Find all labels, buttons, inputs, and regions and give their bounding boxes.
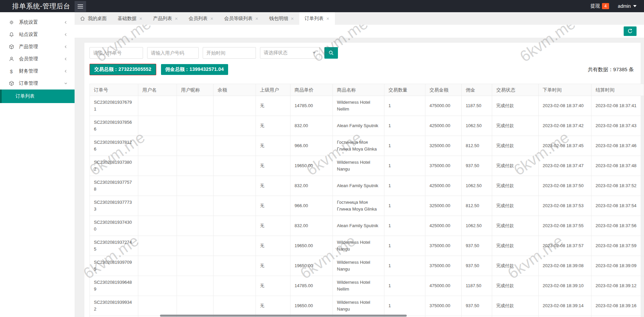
table-cell: 325000.00 xyxy=(425,196,462,216)
sidebar-subitem[interactable]: 订单列表 xyxy=(0,90,75,103)
sidebar-item-label: 站点设置 xyxy=(19,32,38,38)
table-cell: Wilderness Hotel Nangu xyxy=(333,156,384,176)
close-icon[interactable]: × xyxy=(175,16,178,21)
start-time-input[interactable] xyxy=(203,47,256,59)
table-cell: SC23020819398348 xyxy=(90,316,138,317)
table-cell: 19650.00 xyxy=(290,256,333,276)
toolbar xyxy=(75,25,644,38)
chevron-left-icon xyxy=(64,20,68,24)
table-cell: 无 xyxy=(256,256,290,276)
sidebar-toggle-button[interactable] xyxy=(75,1,86,12)
sidebar-item[interactable]: 订单管理 xyxy=(0,77,75,90)
table-cell: 19650.00 xyxy=(290,296,333,316)
table-cell: 1 xyxy=(384,296,425,316)
close-icon[interactable]: × xyxy=(139,16,142,21)
table-cell: 375000.00 xyxy=(425,316,462,317)
orders-table-wrap: 订单号用户名用户昵称余额上级用户商品单价商品名称交易数量交易金额佣金交易状态下单… xyxy=(89,84,636,317)
table-cell: 325000.00 xyxy=(425,136,462,156)
table-cell: SC23020819399342 xyxy=(90,296,138,316)
table-cell: 14785.00 xyxy=(290,276,333,296)
caret-down-icon xyxy=(633,5,637,7)
column-header: 订单号 xyxy=(90,84,138,96)
table-cell: 1 xyxy=(384,196,425,216)
table-cell: 937.50 xyxy=(462,236,492,256)
table-cell: 2023-02-08 18:37:43 xyxy=(591,116,644,136)
table-cell: 937.50 xyxy=(462,296,492,316)
table-cell: SC23020819378126 xyxy=(90,136,138,156)
table-cell xyxy=(177,236,214,256)
table-cell: 2023-02-08 18:37:46 xyxy=(591,136,644,156)
table-cell xyxy=(214,176,256,196)
table-cell: 2023-02-08 18:39:10 xyxy=(539,276,591,296)
column-header: 商品名称 xyxy=(333,84,384,96)
table-cell: SC23020819372745 xyxy=(90,236,138,256)
table-cell: 937.50 xyxy=(462,156,492,176)
table-cell: 2023-02-08 18:39:14 xyxy=(539,296,591,316)
tab-label: 会员列表 xyxy=(189,16,208,22)
table-cell: 1062.50 xyxy=(462,176,492,196)
user-no-input[interactable] xyxy=(147,47,199,59)
table-row: SC23020819396489无14785.00Wilderness Hote… xyxy=(90,276,644,296)
search-button[interactable] xyxy=(324,47,338,59)
user-menu[interactable]: admin xyxy=(618,3,637,9)
table-cell: SC23020819373802 xyxy=(90,156,138,176)
table-cell: 完成付款 xyxy=(492,276,539,296)
sidebar-item[interactable]: 产品管理 xyxy=(0,41,75,53)
table-row: SC23020819399342无19650.00Wilderness Hote… xyxy=(90,296,644,316)
tab[interactable]: 产品列表× xyxy=(148,12,183,25)
sidebar-item[interactable]: $财务管理 xyxy=(0,65,75,77)
table-cell: 14785.00 xyxy=(290,96,333,116)
close-icon[interactable]: × xyxy=(326,16,329,21)
table-cell: 2023-02-08 18:37:41 xyxy=(591,96,644,116)
column-header: 结算时间 xyxy=(591,84,644,96)
tab[interactable]: 订单列表× xyxy=(299,12,335,25)
table-cell: 1 xyxy=(384,176,425,196)
table-cell: SC23020819378566 xyxy=(90,116,138,136)
sidebar-item[interactable]: 站点设置 xyxy=(0,28,75,41)
sidebar: 系统设置站点设置产品管理会员管理$财务管理订单管理订单列表 xyxy=(0,12,75,317)
tab[interactable]: 基础数据× xyxy=(112,12,148,25)
table-cell: 无 xyxy=(256,276,290,296)
table-cell: 1 xyxy=(384,216,425,236)
status-select[interactable]: 请选择状态 xyxy=(260,47,320,59)
table-cell: 1062.50 xyxy=(462,116,492,136)
table-cell: 完成付款 xyxy=(492,296,539,316)
column-header: 上级用户 xyxy=(256,84,290,96)
table-cell xyxy=(138,256,177,276)
table-cell: SC23020819376791 xyxy=(90,96,138,116)
sidebar-item-label: 系统设置 xyxy=(19,19,38,25)
refresh-button[interactable] xyxy=(624,26,637,36)
chevron-left-icon xyxy=(64,57,68,61)
close-icon[interactable]: × xyxy=(291,16,294,21)
column-header: 交易状态 xyxy=(492,84,539,96)
table-cell xyxy=(214,196,256,216)
table-cell xyxy=(138,176,177,196)
app-title: 排单系统-管理后台 xyxy=(0,2,75,11)
table-cell xyxy=(214,136,256,156)
table-cell: 完成付款 xyxy=(492,256,539,276)
tab[interactable]: 钱包明细× xyxy=(264,12,299,25)
close-icon[interactable]: × xyxy=(255,16,258,21)
tab-label: 产品列表 xyxy=(153,16,172,22)
column-header: 用户名 xyxy=(138,84,177,96)
table-cell xyxy=(177,156,214,176)
tab[interactable]: 我的桌面 xyxy=(75,12,112,25)
chevron-down-icon xyxy=(64,81,68,85)
table-cell: 2023-02-08 18:37:52 xyxy=(591,176,644,196)
sidebar-item[interactable]: 系统设置 xyxy=(0,16,75,28)
sidebar-item[interactable]: 会员管理 xyxy=(0,53,75,65)
total-commission-badge: 佣金总额：1399432571.04 xyxy=(161,64,228,75)
table-cell: 475000.00 xyxy=(425,276,462,296)
close-icon[interactable]: × xyxy=(210,16,214,21)
refresh-icon xyxy=(627,28,633,34)
withdraw-link[interactable]: 提现 4 xyxy=(590,3,609,9)
tab[interactable]: 会员等级列表× xyxy=(219,12,264,25)
tab[interactable]: 会员列表× xyxy=(183,12,219,25)
table-cell: 1187.50 xyxy=(462,96,492,116)
table-cell: 2023-02-08 18:39:16 xyxy=(591,296,644,316)
horizontal-scrollbar-thumb[interactable] xyxy=(160,315,407,317)
order-no-input[interactable] xyxy=(89,47,143,59)
cube-icon xyxy=(8,81,14,86)
table-cell xyxy=(214,216,256,236)
hamburger-icon xyxy=(77,4,83,9)
